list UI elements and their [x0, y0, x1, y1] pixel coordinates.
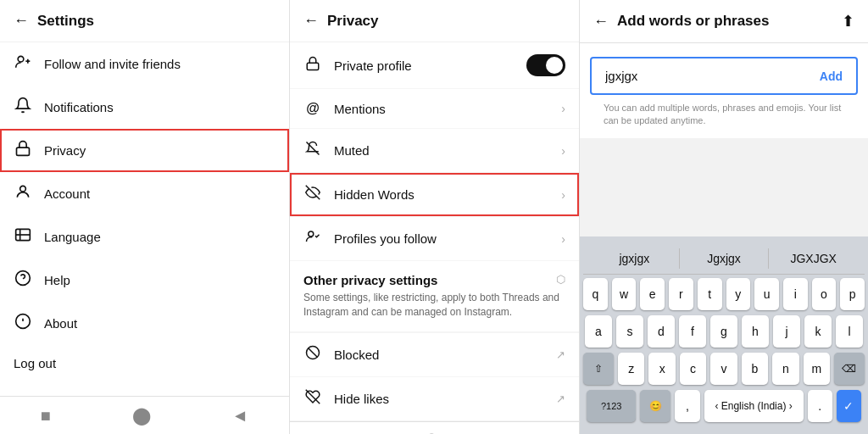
key-z[interactable]: z	[618, 353, 644, 385]
nav-square-icon[interactable]: ■	[41, 406, 51, 426]
key-b[interactable]: b	[742, 353, 768, 385]
nav-triangle-icon[interactable]: ◄	[231, 406, 248, 426]
sidebar-item-language-label: Language	[44, 230, 101, 244]
privacy-item-blocked[interactable]: Blocked ↗	[290, 333, 579, 377]
key-e[interactable]: e	[640, 278, 665, 310]
privacy-item-hidden-words[interactable]: Hidden Words ›	[290, 173, 579, 217]
key-shift[interactable]: ⇧	[583, 353, 614, 385]
sidebar-item-follow-label: Follow and invite friends	[44, 57, 181, 71]
key-w[interactable]: w	[612, 278, 637, 310]
key-a[interactable]: a	[585, 315, 612, 348]
add-words-panel: ← Add words or phrases ⬆ Add You can add…	[580, 0, 868, 434]
svg-point-16	[309, 231, 314, 236]
add-words-header: ← Add words or phrases ⬆	[580, 0, 868, 43]
key-j[interactable]: j	[773, 315, 800, 348]
key-space[interactable]: ‹ English (India) ›	[704, 390, 804, 422]
autocomplete-word-2[interactable]: JGXJGX	[769, 248, 858, 269]
privacy-nav-square-icon[interactable]: ■	[331, 431, 341, 434]
mentions-label: Mentions	[334, 102, 549, 116]
key-k[interactable]: k	[804, 315, 832, 348]
privacy-item-muted[interactable]: Muted ›	[290, 129, 579, 173]
settings-back-icon[interactable]: ←	[14, 12, 29, 30]
privacy-nav-bar: ■ ⬤ ◄	[290, 421, 579, 434]
privacy-item-profiles-follow[interactable]: Profiles you follow ›	[290, 217, 579, 261]
key-comma[interactable]: ,	[675, 390, 699, 422]
key-d[interactable]: d	[648, 315, 675, 348]
private-profile-toggle[interactable]	[526, 54, 565, 76]
privacy-nav-circle-icon[interactable]: ⬤	[422, 431, 441, 434]
autocomplete-word-1[interactable]: Jgxjgx	[680, 248, 770, 269]
hide-likes-label: Hide likes	[334, 392, 544, 406]
key-x[interactable]: x	[648, 353, 675, 385]
key-s[interactable]: s	[616, 315, 643, 348]
privacy-header: ← Privacy	[290, 0, 579, 42]
keyboard-area: jgxjgx Jgxjgx JGXJGX q w e r t y u i o p…	[580, 236, 868, 434]
blocked-label: Blocked	[334, 348, 544, 362]
key-o[interactable]: o	[812, 278, 837, 310]
keyboard-row-1: q w e r t y u i o p	[583, 278, 865, 310]
key-v[interactable]: v	[710, 353, 737, 385]
sidebar-item-notifications[interactable]: Notifications	[0, 86, 289, 129]
profiles-follow-icon	[303, 229, 322, 248]
nav-circle-icon[interactable]: ⬤	[132, 405, 151, 426]
svg-line-18	[309, 348, 318, 357]
key-c[interactable]: c	[680, 353, 706, 385]
help-icon	[14, 270, 32, 291]
privacy-item-hide-likes[interactable]: Hide likes ↗	[290, 377, 579, 421]
key-f[interactable]: f	[679, 315, 706, 348]
muted-chevron-icon: ›	[561, 144, 565, 158]
key-period[interactable]: .	[808, 390, 832, 422]
key-p[interactable]: p	[840, 278, 865, 310]
other-privacy-title: Other privacy settings	[303, 273, 565, 287]
key-emoji[interactable]: 😊	[640, 390, 670, 422]
language-icon	[14, 226, 32, 248]
sidebar-item-notifications-label: Notifications	[44, 100, 114, 114]
privacy-panel: ← Privacy Private profile @ Mentions › M…	[290, 0, 580, 434]
privacy-item-private-profile[interactable]: Private profile	[290, 42, 579, 89]
private-profile-icon	[303, 56, 322, 75]
add-button[interactable]: Add	[820, 70, 843, 83]
profiles-follow-chevron-icon: ›	[561, 232, 565, 246]
autocomplete-word-0[interactable]: jgxjgx	[590, 248, 680, 269]
hidden-words-icon	[303, 185, 322, 204]
key-numbers[interactable]: ?123	[587, 390, 636, 422]
settings-header: ← Settings	[0, 0, 289, 42]
key-r[interactable]: r	[669, 278, 693, 310]
sidebar-item-account[interactable]: Account	[0, 172, 289, 215]
share-icon[interactable]: ⬆	[842, 12, 854, 31]
key-q[interactable]: q	[583, 278, 608, 310]
key-t[interactable]: t	[698, 278, 722, 310]
sidebar-item-follow[interactable]: Follow and invite friends	[0, 42, 289, 86]
add-words-input-area: Add	[590, 57, 858, 95]
private-profile-label: Private profile	[334, 58, 515, 73]
sidebar-item-privacy[interactable]: Privacy	[0, 129, 289, 172]
key-m[interactable]: m	[804, 353, 830, 385]
mentions-icon: @	[303, 101, 322, 116]
key-g[interactable]: g	[710, 315, 737, 348]
hide-likes-external-icon: ↗	[556, 392, 565, 405]
key-y[interactable]: y	[726, 278, 751, 310]
key-i[interactable]: i	[783, 278, 808, 310]
sidebar-item-about[interactable]: About	[0, 302, 289, 345]
add-words-back-icon[interactable]: ←	[593, 13, 609, 31]
key-n[interactable]: n	[772, 353, 798, 385]
key-l[interactable]: l	[836, 315, 863, 348]
key-u[interactable]: u	[754, 278, 779, 310]
autocomplete-row: jgxjgx Jgxjgx JGXJGX	[583, 243, 865, 275]
input-hint: You can add multiple words, phrases and …	[580, 102, 868, 128]
key-h[interactable]: h	[742, 315, 769, 348]
sidebar-item-language[interactable]: Language	[0, 215, 289, 259]
muted-icon	[303, 141, 322, 160]
privacy-nav-triangle-icon[interactable]: ◄	[521, 431, 538, 434]
keyboard-row-2: a s d f g h j k l	[583, 315, 865, 348]
add-words-input[interactable]	[605, 69, 813, 83]
sidebar-item-help[interactable]: Help	[0, 259, 289, 302]
key-backspace[interactable]: ⌫	[834, 353, 865, 385]
svg-point-4	[20, 186, 26, 192]
follow-icon	[14, 53, 32, 75]
svg-rect-3	[17, 147, 30, 155]
key-enter[interactable]: ✓	[837, 390, 861, 422]
privacy-back-icon[interactable]: ←	[303, 12, 319, 30]
privacy-item-mentions[interactable]: @ Mentions ›	[290, 89, 579, 129]
logout-button[interactable]: Log out	[0, 345, 289, 381]
